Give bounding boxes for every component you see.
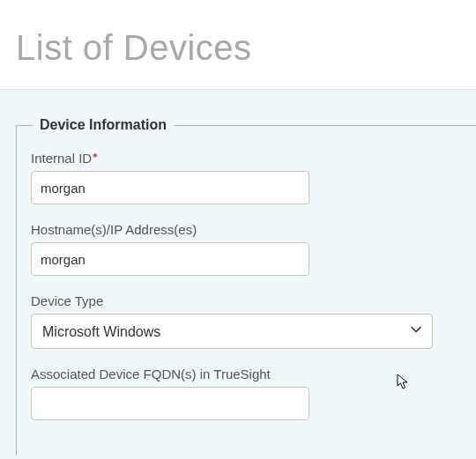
device-type-select-wrapper: Microsoft Windows — [31, 314, 433, 349]
page-title: List of Devices — [0, 0, 476, 89]
content-area: Device Information Internal ID* Hostname… — [0, 89, 476, 459]
fieldset-legend: Device Information — [33, 117, 174, 133]
fqdn-label: Associated Device FQDN(s) in TrueSight — [31, 366, 462, 381]
internal-id-field: Internal ID* — [31, 151, 462, 204]
internal-id-label: Internal ID* — [31, 151, 462, 166]
internal-id-input[interactable] — [31, 171, 309, 204]
required-asterisk: * — [93, 151, 97, 164]
fqdn-input[interactable] — [31, 387, 309, 420]
device-type-label: Device Type — [31, 293, 462, 308]
device-type-select[interactable]: Microsoft Windows — [31, 314, 433, 349]
fqdn-field: Associated Device FQDN(s) in TrueSight — [31, 366, 462, 420]
hostnames-input[interactable] — [31, 242, 309, 276]
hostnames-label: Hostname(s)/IP Address(es) — [31, 222, 462, 237]
hostnames-field: Hostname(s)/IP Address(es) — [31, 222, 462, 276]
device-information-fieldset: Device Information Internal ID* Hostname… — [16, 125, 476, 455]
internal-id-label-text: Internal ID — [31, 151, 92, 166]
device-type-field: Device Type Microsoft Windows — [31, 293, 462, 349]
